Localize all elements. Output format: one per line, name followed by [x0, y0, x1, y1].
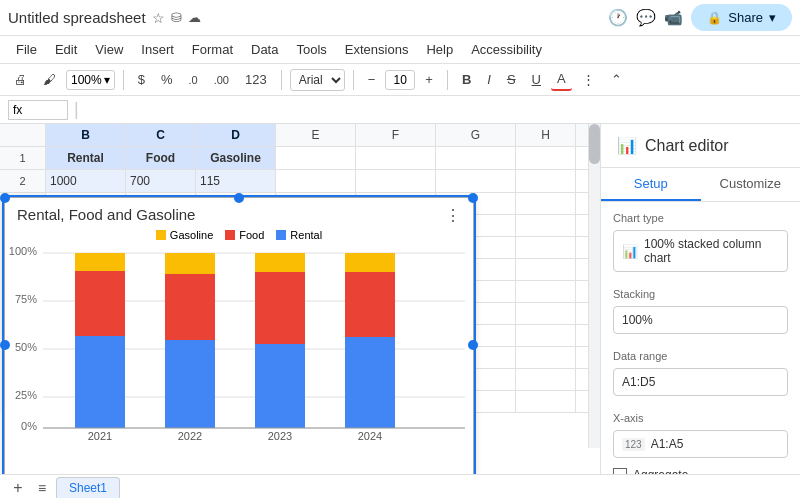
menu-insert[interactable]: Insert — [133, 38, 182, 61]
main-area: B C D E F G H 1 Rental Food Gasoline 2 1… — [0, 124, 800, 474]
chart-type-value: 100% stacked column chart — [644, 237, 779, 265]
cell-h2[interactable] — [516, 170, 576, 192]
menu-data[interactable]: Data — [243, 38, 286, 61]
chart-svg: 100% 75% 50% 25% 0% — [5, 245, 475, 440]
sheet-tab-1[interactable]: Sheet1 — [56, 477, 120, 498]
separator-1 — [123, 70, 124, 90]
folder-icon[interactable]: ⛁ — [171, 10, 182, 25]
stacking-label: Stacking — [613, 288, 788, 300]
data-range-field[interactable]: A1:D5 — [613, 368, 788, 396]
cell-d1[interactable]: Gasoline — [196, 147, 276, 169]
font-size-input[interactable] — [385, 70, 415, 90]
cell-g1[interactable] — [436, 147, 516, 169]
currency-button[interactable]: $ — [132, 69, 151, 90]
col-header-g[interactable]: G — [436, 124, 516, 146]
cell-e1[interactable] — [276, 147, 356, 169]
sheet-list-button[interactable]: ≡ — [32, 478, 52, 498]
menu-accessibility[interactable]: Accessibility — [463, 38, 550, 61]
menu-help[interactable]: Help — [418, 38, 461, 61]
cell-f1[interactable] — [356, 147, 436, 169]
resize-handle-tr[interactable] — [468, 193, 478, 203]
format-123-button[interactable]: 123 — [239, 69, 273, 90]
scrollbar-thumb[interactable] — [589, 124, 600, 164]
more-formats-button[interactable]: ⋮ — [576, 69, 601, 90]
add-sheet-button[interactable]: + — [8, 478, 28, 498]
share-button[interactable]: 🔒 Share ▾ — [691, 4, 792, 31]
menu-file[interactable]: File — [8, 38, 45, 61]
underline-button[interactable]: U — [526, 69, 547, 90]
vertical-scrollbar[interactable] — [588, 124, 600, 448]
cell-reference-input[interactable] — [8, 100, 68, 120]
star-icon[interactable]: ☆ — [152, 10, 165, 26]
col-header-b[interactable]: B — [46, 124, 126, 146]
font-increase-button[interactable]: + — [419, 69, 439, 90]
svg-rect-10 — [75, 253, 125, 271]
data-range-section: Data range A1:D5 — [601, 350, 800, 412]
col-header-f[interactable]: F — [356, 124, 436, 146]
cell-b2[interactable]: 1000 — [46, 170, 126, 192]
paint-format-button[interactable]: 🖌 — [37, 69, 62, 90]
svg-rect-16 — [165, 340, 215, 428]
stacking-section: Stacking 100% — [601, 288, 800, 350]
percent-button[interactable]: % — [155, 69, 179, 90]
zoom-selector[interactable]: 100% ▾ — [66, 70, 115, 90]
chart-type-field[interactable]: 📊 100% stacked column chart — [613, 230, 788, 272]
cell-c1[interactable]: Food — [126, 147, 196, 169]
col-header-e[interactable]: E — [276, 124, 356, 146]
svg-rect-23 — [345, 272, 395, 337]
menu-bar: File Edit View Insert Format Data Tools … — [0, 36, 800, 64]
comment-icon[interactable]: 💬 — [636, 8, 656, 27]
row-number: 2 — [0, 170, 46, 192]
legend-label-gasoline: Gasoline — [170, 229, 213, 241]
col-header-h[interactable]: H — [516, 124, 576, 146]
col-header-c[interactable]: C — [126, 124, 196, 146]
menu-view[interactable]: View — [87, 38, 131, 61]
resize-handle-tm[interactable] — [234, 193, 244, 203]
formula-input[interactable] — [85, 101, 792, 119]
tab-setup[interactable]: Setup — [601, 168, 701, 201]
italic-button[interactable]: I — [481, 69, 497, 90]
top-bar: Untitled spreadsheet ☆ ⛁ ☁ 🕐 💬 📹 🔒 Share… — [0, 0, 800, 36]
tab-customize[interactable]: Customize — [701, 168, 801, 201]
cloud-icon[interactable]: ☁ — [188, 10, 201, 25]
formula-bar: | — [0, 96, 800, 124]
stacking-value: 100% — [622, 313, 653, 327]
bold-button[interactable]: B — [456, 69, 477, 90]
cell-d2[interactable]: 115 — [196, 170, 276, 192]
menu-format[interactable]: Format — [184, 38, 241, 61]
menu-tools[interactable]: Tools — [288, 38, 334, 61]
stacking-field[interactable]: 100% — [613, 306, 788, 334]
col-header-d[interactable]: D — [196, 124, 276, 146]
cell-e2[interactable] — [276, 170, 356, 192]
decimal-less-button[interactable]: .0 — [183, 71, 204, 89]
cell-f2[interactable] — [356, 170, 436, 192]
print-button[interactable]: 🖨 — [8, 69, 33, 90]
cell-g2[interactable] — [436, 170, 516, 192]
zoom-arrow-icon: ▾ — [104, 73, 110, 87]
text-color-button[interactable]: A — [551, 68, 572, 91]
chart-container: Rental, Food and Gasoline ⋮ Gasoline Foo… — [4, 197, 474, 474]
chart-title: Rental, Food and Gasoline — [17, 206, 195, 223]
history-icon[interactable]: 🕐 — [608, 8, 628, 27]
menu-extensions[interactable]: Extensions — [337, 38, 417, 61]
cell-h1[interactable] — [516, 147, 576, 169]
x-axis-field[interactable]: 123 A1:A5 — [613, 430, 788, 458]
separator-4 — [447, 70, 448, 90]
decimal-more-button[interactable]: .00 — [208, 71, 235, 89]
resize-handle-mr[interactable] — [468, 340, 478, 350]
svg-rect-19 — [255, 272, 305, 344]
chart-menu-button[interactable]: ⋮ — [445, 206, 461, 225]
cell-c2[interactable]: 700 — [126, 170, 196, 192]
font-decrease-button[interactable]: − — [362, 69, 382, 90]
strikethrough-button[interactable]: S — [501, 69, 522, 90]
cell-b1[interactable]: Rental — [46, 147, 126, 169]
chart-type-section: Chart type 📊 100% stacked column chart — [601, 202, 800, 288]
resize-handle-tl[interactable] — [0, 193, 10, 203]
sidebar-header: 📊 Chart editor — [601, 124, 800, 168]
lock-icon: 🔒 — [707, 11, 722, 25]
expand-toolbar-button[interactable]: ⌃ — [605, 69, 628, 90]
font-selector[interactable]: Arial — [290, 69, 345, 91]
resize-handle-ml[interactable] — [0, 340, 10, 350]
video-icon[interactable]: 📹 — [664, 9, 683, 27]
menu-edit[interactable]: Edit — [47, 38, 85, 61]
